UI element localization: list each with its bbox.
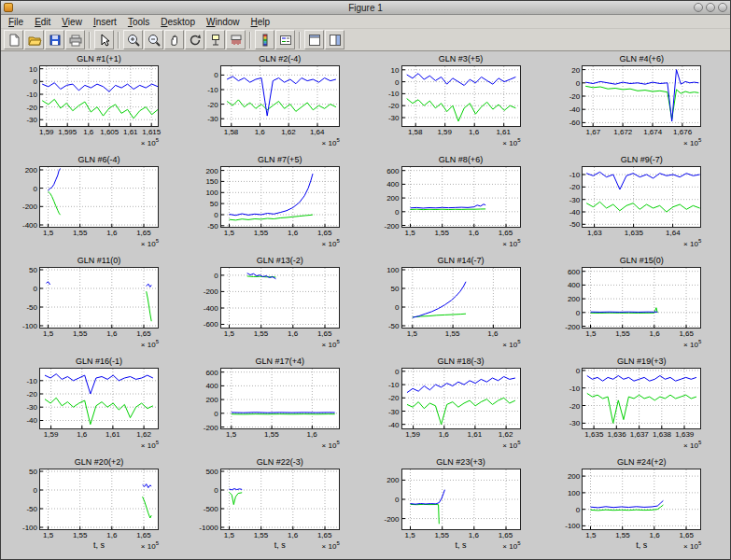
x-tick-label: 1,55: [607, 329, 639, 338]
plot-svg: [40, 167, 158, 227]
print-figure-button[interactable]: [65, 30, 85, 49]
close-button[interactable]: [718, 3, 727, 12]
subplot-title: GLN #14(-7): [401, 256, 521, 265]
x-tick-label: 1,6: [96, 229, 128, 237]
x-tick-label: 1,59: [397, 430, 429, 439]
menu-tools[interactable]: Tools: [122, 16, 155, 28]
plot-axes[interactable]: [401, 65, 521, 127]
x-axis-label: t, s: [220, 540, 340, 550]
plot-axes[interactable]: [401, 166, 521, 228]
subplot-title: GLN #4(+6): [582, 54, 701, 63]
pan-button[interactable]: [164, 30, 184, 49]
menu-view[interactable]: View: [56, 16, 88, 28]
subplot-title: GLN #8(+6): [401, 155, 521, 164]
series-green: [407, 398, 515, 424]
x-tick-label: 1,5: [213, 531, 245, 539]
subplot-title: GLN #22(-3): [220, 457, 340, 467]
plot-svg: [221, 469, 339, 529]
y-tick-label: -50: [368, 322, 400, 330]
brush-button[interactable]: [226, 30, 246, 49]
subplot-title: GLN #3(+5): [401, 54, 521, 63]
plot-axes[interactable]: [220, 166, 340, 228]
x-tick-label: 1,5: [216, 430, 247, 439]
open-file-button[interactable]: [24, 30, 44, 49]
plot-svg: [583, 469, 700, 529]
minimize-button[interactable]: [694, 3, 703, 12]
series-blue: [407, 377, 515, 393]
x-tick-label: 1,6: [457, 229, 489, 237]
menu-help[interactable]: Help: [246, 16, 276, 28]
plot-svg: [402, 469, 520, 529]
y-tick-label: -200: [368, 515, 400, 524]
title-bar[interactable]: Figure 1: [1, 1, 730, 15]
insert-colorbar-button[interactable]: [255, 30, 274, 49]
save-figure-button[interactable]: [45, 30, 64, 49]
series-blue: [587, 376, 696, 382]
menu-file[interactable]: File: [3, 16, 29, 28]
menu-window[interactable]: Window: [201, 16, 246, 28]
insert-legend-button[interactable]: [275, 30, 295, 49]
plot-axes[interactable]: [220, 469, 340, 530]
toolbar-separator: [89, 32, 91, 49]
plot-axes[interactable]: [582, 166, 701, 228]
plot-axes[interactable]: [582, 469, 701, 530]
subplot-10: GLN #13(-2)0-200-400-6001,51,551,61,65× …: [185, 255, 366, 356]
plot-axes[interactable]: [39, 469, 159, 530]
menu-desktop[interactable]: Desktop: [155, 16, 201, 28]
y-tick-label: -40: [6, 416, 37, 425]
series-blue: [591, 500, 664, 508]
zoom-out-button[interactable]: [144, 30, 163, 49]
subplot-15: GLN #18(-3)0-10-20-30-401,591,61,611,62×…: [366, 356, 547, 456]
toolbar-separator: [118, 32, 119, 49]
y-tick-label: -30: [6, 403, 37, 412]
x-tick-label: 1,5: [396, 329, 428, 338]
hide-plot-tools-button[interactable]: [304, 30, 324, 49]
plot-axes[interactable]: [582, 267, 701, 329]
plot-axes[interactable]: [220, 368, 340, 429]
data-cursor-button[interactable]: [205, 30, 225, 49]
plot-svg: [40, 369, 158, 428]
y-tick-label: 200: [368, 476, 400, 484]
y-tick-label: 100: [548, 489, 580, 497]
plot-axes[interactable]: [39, 368, 159, 429]
y-tick-label: -40: [548, 105, 580, 114]
plot-axes[interactable]: [582, 368, 701, 429]
axis-exponent-label: × 105: [658, 338, 701, 349]
y-tick-label: -30: [6, 116, 37, 124]
x-tick-label: 1,58: [400, 128, 431, 136]
x-tick-label: 1,65: [670, 531, 702, 539]
plot-axes[interactable]: [220, 65, 340, 127]
x-tick-label: 1,6: [457, 531, 489, 539]
plot-axes[interactable]: [39, 65, 159, 127]
y-tick-label: 0: [368, 78, 400, 87]
menu-bar: FileEditViewInsertToolsDesktopWindowHelp: [1, 15, 730, 29]
plot-axes[interactable]: [582, 65, 701, 127]
series-green: [585, 86, 698, 119]
x-tick-label: 1,62: [128, 430, 160, 439]
y-tick-label: -30: [368, 408, 400, 416]
show-plot-tools-button[interactable]: [325, 30, 344, 49]
edit-plot-button[interactable]: [94, 30, 114, 49]
plot-axes[interactable]: [39, 267, 159, 329]
new-figure-button[interactable]: [4, 30, 23, 49]
plot-axes[interactable]: [39, 166, 159, 228]
rotate-3d-icon: [188, 33, 203, 48]
rotate-3d-button[interactable]: [185, 30, 204, 49]
plot-grid: GLN #1(+1)100-10-20-301,591,5951,61,6051…: [1, 51, 730, 559]
maximize-button[interactable]: [706, 3, 715, 12]
subplot-title: GLN #24(+2): [582, 457, 701, 467]
menu-insert[interactable]: Insert: [88, 16, 122, 28]
series-green: [49, 191, 61, 215]
x-tick-label: 1,65: [128, 531, 160, 539]
plot-axes[interactable]: [401, 368, 521, 429]
zoom-in-button[interactable]: [123, 30, 143, 49]
menu-edit[interactable]: Edit: [29, 16, 56, 28]
subplot-2: GLN #2(-4)0-10-20-301,581,61,621,64× 105: [185, 53, 366, 154]
y-tick-label: -20: [548, 92, 580, 101]
subplot-14: GLN #17(+4)6004002000-2001,51,551,6× 105: [185, 356, 366, 456]
x-axis-label: t, s: [39, 540, 159, 550]
plot-axes[interactable]: [401, 267, 521, 329]
plot-axes[interactable]: [401, 469, 521, 530]
plot-axes[interactable]: [220, 267, 340, 329]
y-tick-label: 500: [187, 468, 218, 476]
